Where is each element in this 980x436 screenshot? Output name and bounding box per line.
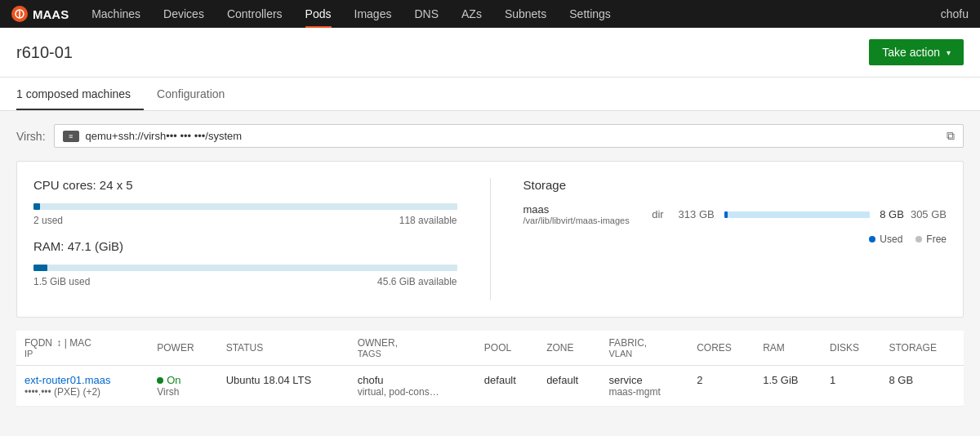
td-disks: 1 [822, 366, 880, 407]
td-fabric: service maas-mgmt [600, 366, 688, 407]
legend-used-label: Used [880, 234, 902, 245]
table-header: FQDN ↕ | MAC IP POWER STATUS OWNER, TAGS… [16, 331, 964, 366]
legend-used: Used [869, 234, 902, 245]
td-ram: 1.5 GiB [755, 366, 822, 407]
td-fqdn: ext-router01.maas ••••.••• (PXE) (+2) [16, 366, 149, 407]
virsh-value-container: ≡ qemu+ssh://virsh••• ••• •••/system ⧉ [54, 124, 964, 148]
th-owner: OWNER, TAGS [350, 331, 476, 366]
th-vlan-label: VLAN [608, 349, 680, 358]
nav-subnets[interactable]: Subnets [493, 0, 558, 28]
legend-used-dot [869, 236, 875, 242]
take-action-label: Take action [882, 46, 940, 59]
nav-items: Machines Devices Controllers Pods Images… [80, 0, 929, 28]
storage-pool-type: dir [639, 208, 664, 220]
tab-configuration[interactable]: Configuration [157, 78, 238, 110]
terminal-icon-text: ≡ [69, 132, 73, 140]
tags-text: virtual, pod-cons… [358, 386, 468, 398]
power-dot-icon [157, 377, 163, 384]
nav-dns[interactable]: DNS [403, 0, 450, 28]
th-pool: POOL [476, 331, 538, 366]
ram-available-label: 45.6 GiB available [377, 276, 457, 287]
nav-images[interactable]: Images [343, 0, 403, 28]
th-zone: ZONE [538, 331, 600, 366]
th-fabric-label: FABRIC, [608, 337, 647, 349]
table-row: ext-router01.maas ••••.••• (PXE) (+2) On… [16, 366, 964, 407]
th-ram: RAM [755, 331, 822, 366]
top-navigation: MAAS Machines Devices Controllers Pods I… [0, 0, 980, 28]
legend-free-dot [915, 236, 922, 242]
table-body: ext-router01.maas ••••.••• (PXE) (+2) On… [16, 366, 964, 407]
ram-progress-fill [33, 265, 47, 271]
storage-pool-name: maas [523, 203, 630, 216]
tabs-container: 1 composed machines Configuration [0, 78, 980, 111]
page-header: r610-01 Take action ▾ [0, 28, 980, 78]
storage-name-col: maas /var/lib/libvirt/maas-images [523, 203, 630, 225]
nav-controllers[interactable]: Controllers [216, 0, 294, 28]
th-cores: CORES [688, 331, 755, 366]
storage-used-size: 8 GB [880, 208, 904, 220]
th-owner-label: OWNER, [358, 337, 398, 349]
ip-text: ••••.••• (PXE) (+2) [24, 386, 140, 398]
th-power: POWER [149, 331, 217, 366]
sort-fqdn-icon[interactable]: ↕ [56, 337, 61, 349]
nav-user: chofu [929, 7, 980, 20]
power-source: Virsh [157, 386, 209, 398]
machines-table: FQDN ↕ | MAC IP POWER STATUS OWNER, TAGS… [16, 331, 964, 407]
nav-devices[interactable]: Devices [152, 0, 216, 28]
maas-logo-icon [11, 6, 28, 22]
th-fqdn-label: FQDN [24, 337, 52, 349]
td-pool: default [476, 366, 538, 407]
storage-legend: Used Free [523, 234, 947, 245]
nav-settings[interactable]: Settings [558, 0, 622, 28]
td-status: Ubuntu 18.04 LTS [218, 366, 350, 407]
th-disks: DISKS [822, 331, 880, 366]
th-fqdn: FQDN ↕ | MAC IP [16, 331, 149, 366]
chevron-down-icon: ▾ [947, 48, 951, 57]
nav-machines[interactable]: Machines [80, 0, 152, 28]
fabric-text: service [608, 374, 680, 386]
take-action-button[interactable]: Take action ▾ [869, 39, 964, 65]
nav-azs[interactable]: AZs [450, 0, 493, 28]
storage-pool-path: /var/lib/libvirt/maas-images [523, 216, 630, 225]
maas-logo-text: MAAS [33, 7, 69, 21]
cpu-progress-bar [33, 203, 457, 210]
stats-divider [490, 178, 491, 300]
maas-logo[interactable]: MAAS [0, 6, 80, 22]
virsh-value: qemu+ssh://virsh••• ••• •••/system [86, 130, 947, 142]
power-status-label: On [167, 374, 180, 386]
cpu-used-label: 2 used [33, 215, 63, 226]
vlan-text: maas-mgmt [608, 386, 680, 398]
td-storage: 8 GB [880, 366, 964, 407]
cpu-progress-fill [33, 203, 40, 210]
fqdn-link[interactable]: ext-router01.maas [24, 374, 111, 386]
content-area: Virsh: ≡ qemu+ssh://virsh••• ••• •••/sys… [0, 111, 980, 420]
owner-text: chofu [358, 374, 468, 386]
nav-pods[interactable]: Pods [294, 0, 343, 28]
th-fqdn-sub: IP [24, 349, 140, 358]
ram-used-label: 1.5 GiB used [33, 276, 90, 287]
virsh-row: Virsh: ≡ qemu+ssh://virsh••• ••• •••/sys… [16, 124, 964, 148]
virsh-label: Virsh: [16, 130, 46, 143]
storage-pool-row: maas /var/lib/libvirt/maas-images dir 31… [523, 203, 947, 225]
storage-sizes: 8 GB 305 GB [880, 208, 947, 220]
ram-progress-bar [33, 265, 457, 271]
td-zone: default [538, 366, 600, 407]
table-header-row: FQDN ↕ | MAC IP POWER STATUS OWNER, TAGS… [16, 331, 964, 366]
th-fabric: FABRIC, VLAN [600, 331, 688, 366]
cpu-title: CPU cores: 24 x 5 [33, 178, 457, 192]
power-status: On [157, 374, 209, 386]
th-tags-label: TAGS [358, 349, 468, 358]
cpu-available-label: 118 available [399, 215, 457, 226]
th-status: STATUS [218, 331, 350, 366]
copy-icon[interactable]: ⧉ [947, 129, 955, 143]
status-text: Ubuntu 18.04 LTS [226, 374, 312, 386]
tab-composed-machines[interactable]: 1 composed machines [16, 78, 144, 110]
cpu-progress-labels: 2 used 118 available [33, 215, 457, 226]
cpu-section: CPU cores: 24 x 5 2 used 118 available R… [33, 178, 457, 300]
storage-section: Storage maas /var/lib/libvirt/maas-image… [523, 178, 947, 300]
storage-bar-used [724, 211, 728, 218]
storage-total: 313 GB [674, 208, 715, 220]
storage-title: Storage [523, 178, 947, 192]
td-cores: 2 [688, 366, 755, 407]
legend-free-label: Free [926, 234, 947, 245]
